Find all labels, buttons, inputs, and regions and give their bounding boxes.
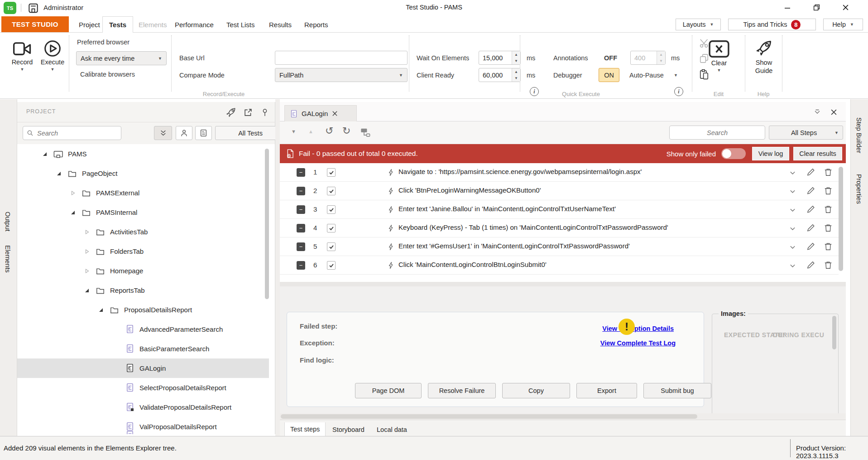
panel-splitter[interactable] [275,99,280,436]
bottom-tab-test-steps[interactable]: Test steps [284,422,326,436]
view-complete-test-log-link[interactable]: View Complete Test Log [600,339,676,347]
step-enabled-checkbox[interactable] [327,168,336,177]
wait-on-elements-stepper[interactable]: 15,000 ▲▼ [479,51,521,65]
auto-pause-dropdown[interactable]: Auto-Pause [629,72,664,79]
collapse-step-handle[interactable]: − [297,224,305,232]
steps-search-box[interactable] [669,126,765,140]
tree-item-folderstab[interactable]: FoldersTab [17,242,269,261]
step-enabled-checkbox[interactable] [327,187,336,195]
dock-tab-output[interactable]: Output [4,212,11,233]
page-dom-button[interactable]: Page DOM [355,383,422,398]
client-ready-stepper[interactable]: 60,000 ▲▼ [479,68,521,82]
edit-step-icon[interactable] [806,242,815,251]
bottom-tab-storyboard[interactable]: Storyboard [327,422,370,436]
spin-down-icon[interactable]: ▼ [512,58,520,65]
layouts-button[interactable]: Layouts▼ [676,19,721,30]
user-view-button[interactable] [176,126,192,140]
tree-item-pams[interactable]: PAMS [17,144,269,164]
move-step-down-icon[interactable]: ▼ [291,129,296,134]
step-enabled-checkbox[interactable] [327,224,336,232]
show-only-failed-toggle[interactable] [721,148,746,159]
edit-step-icon[interactable] [806,168,815,177]
minimize-button[interactable] [777,0,798,15]
expanded-arrow-icon[interactable] [42,151,48,157]
expanded-arrow-icon[interactable] [70,210,76,215]
tree-item-selectproposaldetailsreport[interactable]: SelectProposalDetailsReport [17,378,269,397]
tips-and-tricks-button[interactable]: Tips and Tricks8 [728,19,816,30]
tree-item-pamsexternal[interactable]: PAMSExternal [17,183,269,203]
tab-test-lists[interactable]: Test Lists [220,16,261,33]
chevron-down-icon[interactable] [789,169,796,176]
delete-step-icon[interactable] [824,205,833,214]
record-button[interactable]: Record ▼ [7,41,37,72]
restore-button[interactable] [806,0,827,15]
horizontal-splitter[interactable] [280,282,846,286]
resolve-failure-button[interactable]: Resolve Failure [428,383,496,398]
base-url-input[interactable] [275,51,408,65]
tree-item-pamsinternal[interactable]: PAMSInternal [17,203,269,222]
chevron-down-icon[interactable] [789,262,796,269]
expanded-arrow-icon[interactable] [56,171,62,176]
submit-bug-button[interactable]: Submit bug [643,383,711,398]
delete-step-icon[interactable] [824,242,833,251]
calibrate-browsers-link[interactable]: Calibrate browsers [80,71,135,78]
delete-step-icon[interactable] [824,186,833,195]
details-view-button[interactable] [195,126,212,140]
images-scrollbar[interactable] [832,316,836,349]
tree-item-proposaldetailsreport[interactable]: ProposalDetailsReport [17,300,269,320]
collapse-step-handle[interactable]: − [297,168,305,177]
chevron-down-icon[interactable] [789,207,796,213]
view-log-button[interactable]: View log [752,147,789,160]
close-button[interactable] [835,0,856,15]
collapse-step-handle[interactable]: − [297,242,305,251]
test-step-row-6[interactable]: − 6 Click 'MainContentLoginControlBtnLog… [280,256,839,275]
step-enabled-checkbox[interactable] [327,205,336,214]
spinner-buttons[interactable]: ▲▼ [512,68,520,82]
collapse-step-handle[interactable]: − [297,261,305,270]
dock-tab-elements[interactable]: Elements [4,245,11,274]
test-step-row-5[interactable]: − 5 Enter text '#GemsUser1' in 'MainCont… [280,237,839,256]
app-menu-button[interactable]: TEST STUDIO [1,16,69,32]
spin-up-icon[interactable]: ▲ [512,51,520,58]
delete-step-icon[interactable] [824,168,833,177]
collapsed-arrow-icon[interactable] [84,249,90,254]
project-search-box[interactable] [23,126,121,140]
add-comment-step-icon[interactable] [360,127,370,137]
tab-project[interactable]: Project [72,16,106,33]
document-tab-galogin[interactable]: GALogin [284,105,357,121]
horizontal-scrollbar-thumb[interactable] [281,414,697,419]
dock-tab-step-builder[interactable]: Step Builder [855,117,863,155]
debugger-state-toggle[interactable]: ON [599,68,619,82]
show-guide-button[interactable]: Show Guide [749,39,778,75]
dock-tab-properties[interactable]: Properties [855,174,863,206]
delete-step-icon[interactable] [824,261,833,270]
edit-step-icon[interactable] [806,186,815,195]
steps-search-input[interactable] [673,129,761,137]
edit-step-icon[interactable] [806,205,815,214]
tab-reports[interactable]: Reports [298,16,335,33]
tree-item-reportstab[interactable]: ReportsTab [17,281,269,300]
collapsed-arrow-icon[interactable] [84,229,90,235]
tree-item-galogin-selected[interactable]: GALogin [17,358,269,378]
redo-icon[interactable]: ↻ [342,125,350,137]
test-step-row-2[interactable]: − 2 Click 'BtnPreLoginWarningMessageOKBu… [280,182,839,200]
info-icon[interactable]: i [674,87,683,96]
collapse-step-handle[interactable]: − [297,187,305,195]
spin-up-icon[interactable]: ▲ [512,68,520,75]
collapsed-arrow-icon[interactable] [70,190,76,196]
close-tab-icon[interactable] [332,111,338,116]
export-button[interactable]: Export [576,383,637,398]
chevron-down-icon[interactable] [789,188,796,195]
collapse-all-button[interactable] [154,126,172,140]
tree-item-pageobject[interactable]: PageObject [17,164,269,183]
expanded-arrow-icon[interactable] [98,307,104,313]
tree-item-activitiestab[interactable]: ActivitiesTab [17,222,269,242]
step-enabled-checkbox[interactable] [327,261,336,270]
help-button[interactable]: Help▼ [823,19,863,30]
tree-item-valproposaldetailsreport[interactable]: ValProposalDetailsReport [17,417,269,434]
spinner-buttons[interactable]: ▲▼ [512,51,520,64]
edit-step-icon[interactable] [806,223,815,232]
bottom-tab-local-data[interactable]: Local data [371,422,412,436]
tree-scrollbar[interactable] [265,149,269,299]
test-step-row-3[interactable]: − 3 Enter text 'Janine.Ballou' in 'MainC… [280,200,839,219]
